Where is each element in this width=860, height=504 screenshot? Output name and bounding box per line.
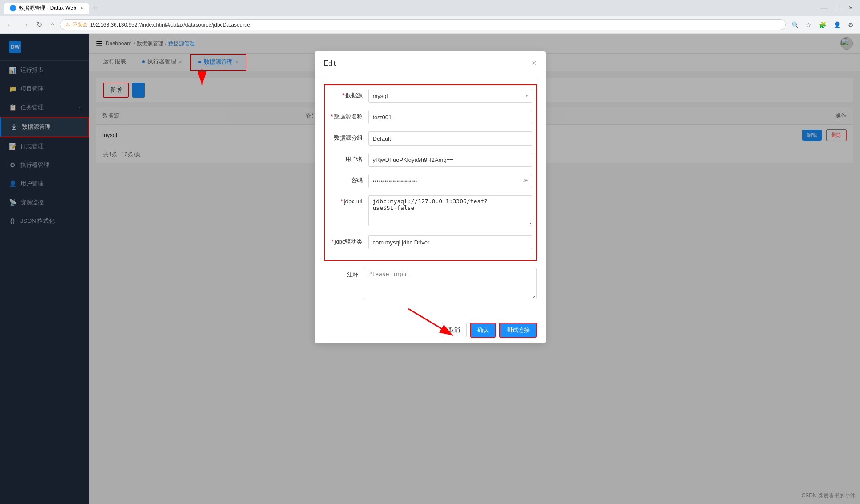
- datasource-group-input[interactable]: [368, 131, 532, 146]
- modal-body: 数据源 mysql ▾ 数据源名称: [315, 75, 546, 317]
- maximize-button[interactable]: □: [833, 2, 843, 14]
- window-close-button[interactable]: ×: [846, 2, 856, 14]
- url-text: 192.168.36.130:9527/index.html#/datax/da…: [90, 22, 250, 28]
- form-item-jdbc-url: jdbc url jdbc:mysql://127.0.0.1:3306/tes…: [328, 195, 532, 228]
- note-textarea[interactable]: [364, 268, 537, 299]
- profile-icon[interactable]: 👤: [831, 20, 844, 30]
- datasource-group-control: [368, 131, 532, 146]
- username-control: [368, 153, 532, 167]
- modal-title: Edit: [324, 59, 336, 67]
- form-item-password: 密码 👁: [328, 174, 532, 188]
- modal-header: Edit ×: [315, 51, 546, 75]
- tab-title: 数据源管理 - Datax Web: [19, 4, 76, 12]
- modal-overlay[interactable]: Edit × 数据源 mysql ▾ 数据源名称: [0, 34, 860, 504]
- password-control: 👁: [368, 174, 532, 188]
- browser-toolbar-icons: 🔍 ☆ 🧩 👤 ⚙: [789, 20, 856, 30]
- minimize-button[interactable]: —: [817, 2, 829, 14]
- label-datasource: 数据源: [328, 89, 368, 99]
- watermark: CSDN @爱看书的小沐: [801, 492, 856, 500]
- home-button[interactable]: ⌂: [48, 19, 57, 31]
- password-input[interactable]: [368, 174, 532, 188]
- edit-modal: Edit × 数据源 mysql ▾ 数据源名称: [315, 51, 546, 343]
- form-item-datasource-name: 数据源名称: [328, 110, 532, 124]
- note-control: [364, 268, 537, 301]
- label-password: 密码: [328, 174, 368, 185]
- label-jdbc-url: jdbc url: [328, 195, 368, 205]
- settings-icon[interactable]: ⚙: [845, 20, 856, 30]
- search-icon[interactable]: 🔍: [789, 20, 801, 30]
- password-toggle-icon[interactable]: 👁: [523, 177, 529, 185]
- security-label: 不安全: [73, 21, 87, 28]
- cancel-button[interactable]: 取消: [442, 323, 467, 337]
- test-connection-button[interactable]: 测试连接: [499, 323, 537, 338]
- browser-chrome: 数据源管理 - Datax Web × + — □ × ← → ↻ ⌂ ⚠ 不安…: [0, 0, 860, 34]
- address-bar[interactable]: ⚠ 不安全 192.168.36.130:9527/index.html#/da…: [60, 19, 786, 30]
- refresh-button[interactable]: ↻: [34, 19, 45, 31]
- forward-button[interactable]: →: [19, 19, 31, 31]
- security-icon: ⚠: [66, 22, 70, 28]
- tab-close-icon[interactable]: ×: [81, 5, 83, 11]
- back-button[interactable]: ←: [4, 19, 16, 31]
- new-tab-button[interactable]: +: [92, 4, 97, 13]
- jdbc-url-control: jdbc:mysql://127.0.0.1:3306/test?useSSL=…: [368, 195, 532, 228]
- label-note: 注释: [324, 268, 364, 279]
- modal-close-button[interactable]: ×: [532, 59, 537, 68]
- extensions-icon[interactable]: 🧩: [816, 20, 829, 30]
- form-item-datasource: 数据源 mysql ▾: [328, 89, 532, 103]
- form-item-note: 注释: [324, 268, 537, 301]
- username-input[interactable]: [368, 153, 532, 167]
- datasource-select-wrapper: mysql ▾: [368, 89, 532, 103]
- bookmark-icon[interactable]: ☆: [803, 20, 814, 30]
- form-item-datasource-group: 数据源分组: [328, 131, 532, 146]
- browser-tab[interactable]: 数据源管理 - Datax Web ×: [4, 3, 89, 14]
- datasource-name-control: [368, 110, 532, 124]
- datasource-select[interactable]: mysql: [368, 89, 532, 103]
- jdbc-url-textarea[interactable]: jdbc:mysql://127.0.0.1:3306/test?useSSL=…: [368, 195, 532, 226]
- label-datasource-group: 数据源分组: [328, 131, 368, 142]
- browser-titlebar: 数据源管理 - Datax Web × + — □ ×: [0, 0, 860, 16]
- jdbc-driver-input[interactable]: [368, 235, 532, 249]
- form-highlight-area: 数据源 mysql ▾ 数据源名称: [324, 84, 537, 261]
- browser-nav: ← → ↻ ⌂ ⚠ 不安全 192.168.36.130:9527/index.…: [0, 16, 860, 34]
- label-jdbc-driver: jdbc驱动类: [328, 235, 368, 246]
- label-username: 用户名: [328, 153, 368, 163]
- form-item-jdbc-driver: jdbc驱动类: [328, 235, 532, 249]
- label-datasource-name: 数据源名称: [328, 110, 368, 121]
- tab-favicon: [10, 5, 16, 11]
- confirm-button[interactable]: 确认: [470, 323, 496, 338]
- jdbc-driver-control: [368, 235, 532, 249]
- datasource-name-input[interactable]: [368, 110, 532, 124]
- form-item-username: 用户名: [328, 153, 532, 167]
- modal-footer: 取消 确认 测试连接: [315, 317, 546, 343]
